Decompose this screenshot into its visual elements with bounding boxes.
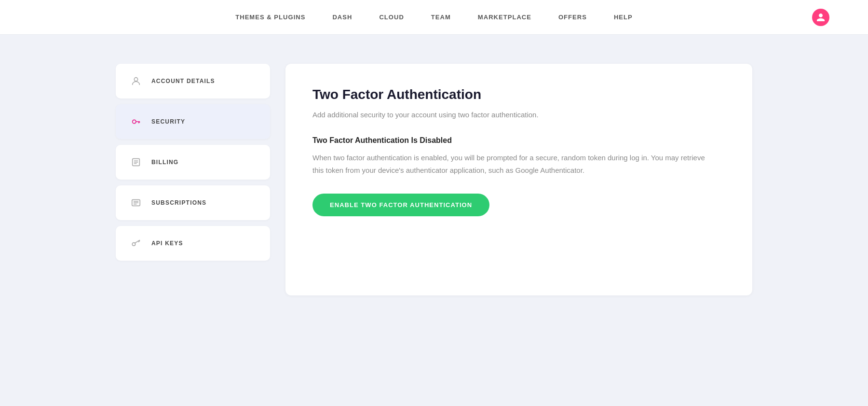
page-description: Add additional security to your account … [312, 109, 725, 121]
subscriptions-icon [129, 196, 143, 210]
nav-item-help[interactable]: HELP [612, 10, 635, 25]
sidebar-item-account-details[interactable]: ACCOUNT DETAILS [116, 64, 270, 98]
sidebar-item-label-api-keys: API KEYS [151, 240, 183, 247]
nav-item-dash[interactable]: DASH [330, 10, 354, 25]
body-text: When two factor authentication is enable… [312, 152, 708, 176]
api-key-icon [129, 237, 143, 250]
nav-item-offers[interactable]: OFFERS [556, 10, 589, 25]
sidebar: ACCOUNT DETAILS SECURITY [116, 64, 270, 295]
main-content: ACCOUNT DETAILS SECURITY [96, 64, 772, 295]
sidebar-item-label-security: SECURITY [151, 118, 185, 125]
enable-2fa-button[interactable]: ENABLE TWO FACTOR AUTHENTICATION [312, 194, 489, 216]
key-icon [129, 115, 143, 128]
nav-item-themes-plugins[interactable]: THEMES & PLUGINS [233, 10, 307, 25]
status-heading: Two Factor Authentication Is Disabled [312, 136, 725, 145]
page-title: Two Factor Authentication [312, 87, 725, 102]
nav-item-cloud[interactable]: CLOUD [377, 10, 406, 25]
nav-item-team[interactable]: TEAM [429, 10, 453, 25]
nav-item-marketplace[interactable]: MARKETPLACE [476, 10, 533, 25]
user-avatar[interactable] [812, 9, 829, 26]
sidebar-item-billing[interactable]: BILLING [116, 145, 270, 180]
sidebar-item-label-billing: BILLING [151, 159, 178, 166]
account-icon [129, 74, 143, 88]
sidebar-item-api-keys[interactable]: API KEYS [116, 226, 270, 261]
sidebar-item-label-account-details: ACCOUNT DETAILS [151, 78, 215, 84]
top-nav: THEMES & PLUGINS DASH CLOUD TEAM MARKETP… [0, 0, 868, 35]
sidebar-item-security[interactable]: SECURITY [116, 104, 270, 139]
svg-point-0 [134, 78, 137, 81]
sidebar-item-label-subscriptions: SUBSCRIPTIONS [151, 199, 206, 206]
content-area: Two Factor Authentication Add additional… [285, 64, 752, 295]
sidebar-item-subscriptions[interactable]: SUBSCRIPTIONS [116, 185, 270, 220]
billing-icon [129, 155, 143, 169]
